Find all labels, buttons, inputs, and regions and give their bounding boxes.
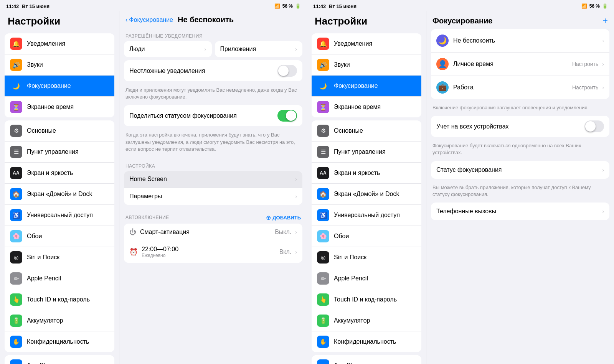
status-icons-right: 📶 56 % 🔋 (581, 3, 608, 9)
share-toggle[interactable] (277, 110, 297, 122)
sidebar-item-battery-right[interactable]: 🔋 Аккумулятор (312, 310, 421, 331)
urgent-item[interactable]: Неотложные уведомления (124, 60, 302, 81)
sidebar-item-privacy-right[interactable]: ✋ Конфиденциальность (312, 331, 421, 352)
home-screen-item[interactable]: Home Screen › (124, 171, 302, 188)
focus-item-work[interactable]: 💼 Работа Настроить › (431, 76, 609, 99)
sidebar-item-notifications-left[interactable]: 🔔 Уведомления (5, 33, 114, 54)
sync-group: Учет на всех устройствах (431, 116, 609, 137)
sidebar-title-right: Настройки (307, 11, 426, 30)
people-label: Люди (129, 46, 145, 53)
appstore-icon-left: A (10, 359, 22, 364)
notifications-icon-right: 🔔 (317, 38, 329, 50)
time-value: Вкл. (279, 249, 292, 255)
sidebar-item-screentime-right[interactable]: ⏳ Экранное время (312, 97, 421, 117)
touchid-label-left: Touch ID и код-пароль (27, 296, 109, 303)
sync-toggle-row[interactable]: Учет на всех устройствах (431, 116, 609, 137)
sidebar-item-battery-left[interactable]: 🔋 Аккумулятор (5, 310, 114, 331)
add-button[interactable]: ⊕ ДОБАВИТЬ (266, 214, 301, 221)
sidebar-item-display-right[interactable]: AA Экран и яркость (312, 163, 421, 184)
sidebar-item-pencil-left[interactable]: ✏ Apple Pencil (5, 268, 114, 289)
sync-toggle[interactable] (584, 120, 604, 132)
home-icon-left: 🏠 (10, 188, 22, 200)
sidebar-item-general-right[interactable]: ⚙ Основные (312, 120, 421, 142)
sidebar-item-focus-right[interactable]: 🌙 Фокусирование (312, 76, 421, 97)
pencil-icon-right: ✏ (317, 272, 329, 285)
people-chevron: › (205, 46, 206, 52)
sidebar-item-wallpaper-right[interactable]: 🌸 Обои (312, 226, 421, 247)
sidebar-item-privacy-left[interactable]: ✋ Конфиденциальность (5, 331, 114, 352)
apps-card[interactable]: Приложения › (215, 41, 303, 57)
date: Вт 15 июня (22, 3, 50, 9)
people-card[interactable]: Люди › (124, 41, 212, 57)
calls-chevron: › (602, 208, 604, 214)
auto-section-row: АВТОВКЛЮЧЕНИЕ ⊕ ДОБАВИТЬ (119, 208, 307, 224)
focus-status-item[interactable]: Статус фокусирования › (431, 161, 609, 179)
sidebar-item-siri-right[interactable]: ◎ Siri и Поиск (312, 247, 421, 268)
status-bar-right: 11:42 Вт 15 июня 📶 56 % 🔋 (307, 0, 614, 11)
sidebar-item-control-left[interactable]: ☰ Пункт управления (5, 142, 114, 163)
focus-icon-right: 🌙 (317, 80, 329, 92)
sync-toggle-thumb (585, 121, 596, 132)
time-item[interactable]: ⏰ 22:00—07:00 Ежедневно Вкл. › (124, 241, 302, 263)
params-chevron: › (295, 193, 297, 199)
sidebar-item-access-right[interactable]: ♿ Универсальный доступ (312, 205, 421, 226)
sidebar-item-access-left[interactable]: ♿ Универсальный доступ (5, 205, 114, 226)
share-item[interactable]: Поделиться статусом фокусирования (124, 105, 302, 126)
time-right: 11:42 (313, 3, 326, 9)
smart-item[interactable]: ⏻ Смарт-активация Выкл. › (124, 224, 302, 241)
sidebar-item-home-left[interactable]: 🏠 Экран «Домой» и Dock (5, 184, 114, 205)
right-panel-content: Настройки 🔔 Уведомления 🔊 Звуки (307, 11, 614, 364)
privacy-icon-right: ✋ (317, 336, 329, 348)
sidebar-item-appstore-left[interactable]: A App Store (5, 355, 114, 364)
sidebar-item-siri-left[interactable]: ◎ Siri и Поиск (5, 247, 114, 268)
people-apps-row: Люди › Приложения › (124, 41, 302, 57)
sidebar-item-appstore-right[interactable]: A App Store (312, 355, 421, 364)
sidebar-item-display-left[interactable]: AA Экран и яркость (5, 163, 114, 184)
urgent-toggle[interactable] (277, 65, 297, 77)
sidebar-item-wallpaper-left[interactable]: 🌸 Обои (5, 226, 114, 247)
left-panel-content: Настройки 🔔 Уведомления 🔊 Звуки (0, 11, 307, 364)
left-sidebar: Настройки 🔔 Уведомления 🔊 Звуки (0, 11, 119, 364)
sidebar-item-sounds-right[interactable]: 🔊 Звуки (312, 54, 421, 76)
params-item[interactable]: Параметры › (124, 188, 302, 205)
focus-item-personal[interactable]: 👤 Личное время Настроить › (431, 53, 609, 76)
sidebar-group-3-right: A App Store 💳 Wallet и Apple Pay (312, 355, 421, 364)
status-focus-label: Статус фокусирования (436, 166, 601, 173)
sidebar-item-general-left[interactable]: ⚙ Основные (5, 120, 114, 142)
urgent-toggle-thumb (278, 66, 289, 76)
focus-add-button[interactable]: + (602, 15, 608, 26)
time-item-content: 22:00—07:00 Ежедневно (142, 246, 279, 258)
touchid-label-right: Touch ID и код-пароль (334, 296, 416, 303)
pencil-label-right: Apple Pencil (334, 275, 416, 282)
section-allowed-header: РАЗРЕШЁННЫЕ УВЕДОМЛЕНИЯ (119, 27, 307, 41)
sidebar-item-control-right[interactable]: ☰ Пункт управления (312, 142, 421, 163)
calls-item[interactable]: Телефонные вызовы › (431, 203, 609, 220)
sidebar-item-touchid-left[interactable]: 👆 Touch ID и код-пароль (5, 289, 114, 310)
back-button-left[interactable]: ‹ Фокусирование (125, 16, 173, 23)
params-label: Параметры (129, 193, 294, 200)
sidebar-item-notifications-right[interactable]: 🔔 Уведомления (312, 33, 421, 54)
sidebar-item-home-right[interactable]: 🏠 Экран «Домой» и Dock (312, 184, 421, 205)
focus-icon-left: 🌙 (10, 80, 22, 92)
home-icon-right: 🏠 (317, 188, 329, 200)
personal-label: Личное время (453, 61, 572, 68)
work-chevron: › (602, 84, 604, 91)
sidebar-item-touchid-right[interactable]: 👆 Touch ID и код-пароль (312, 289, 421, 310)
share-toggle-thumb (286, 110, 296, 121)
detail-panel-left: ‹ Фокусирование Не беспокоить РАЗРЕШЁННЫ… (119, 11, 307, 364)
sidebar-item-screentime-left[interactable]: ⏳ Экранное время (5, 97, 114, 117)
battery-icon-right: 🔋 (602, 3, 608, 9)
smart-icon: ⏻ (129, 228, 136, 236)
sidebar-item-focus-left[interactable]: 🌙 Фокусирование (5, 76, 114, 97)
touchid-icon-right: 👆 (317, 293, 329, 306)
work-action: Настроить (572, 84, 598, 91)
sidebar-item-pencil-right[interactable]: ✏ Apple Pencil (312, 268, 421, 289)
focus-header: Фокусирование + (426, 11, 614, 29)
smart-label: Смарт-активация (140, 229, 275, 236)
urgent-desc: Люди и приложения могут уведомлять Вас н… (119, 84, 307, 105)
sidebar-item-sounds-left[interactable]: 🔊 Звуки (5, 54, 114, 76)
home-label-left: Экран «Домой» и Dock (27, 191, 109, 198)
control-label-left: Пункт управления (27, 148, 109, 155)
apps-chevron: › (295, 46, 297, 52)
focus-item-donotdisturb[interactable]: 🌙 Не беспокоить › (431, 29, 609, 53)
